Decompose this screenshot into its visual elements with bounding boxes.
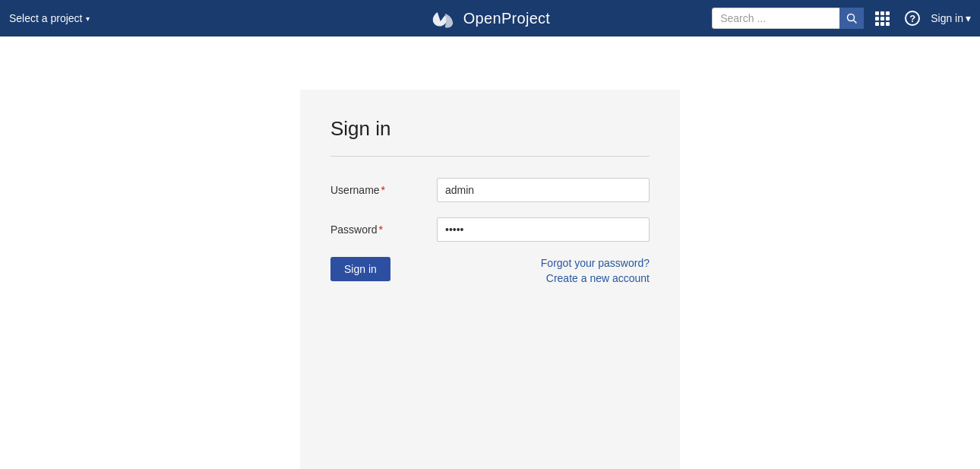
form-links: Forgot your password? Create a new accou… bbox=[541, 257, 650, 284]
select-project-button[interactable]: Select a project ▾ bbox=[9, 12, 90, 24]
sign-in-button[interactable]: Sign in bbox=[330, 257, 390, 281]
logo-text: OpenProject bbox=[463, 10, 550, 27]
navbar-right: ? Sign in ▾ bbox=[712, 6, 971, 30]
signin-nav-chevron: ▾ bbox=[966, 12, 971, 24]
select-project-label: Select a project bbox=[9, 12, 83, 24]
signin-nav-button[interactable]: Sign in ▾ bbox=[931, 12, 971, 24]
main-content: Sign in Username* Password* Sign in Forg… bbox=[0, 36, 980, 469]
grid-icon bbox=[875, 11, 890, 26]
password-required: * bbox=[378, 223, 382, 236]
sign-in-card: Sign in Username* Password* Sign in Forg… bbox=[300, 90, 680, 469]
username-input[interactable] bbox=[437, 178, 650, 202]
navbar-left: Select a project ▾ bbox=[9, 12, 90, 24]
username-label: Username* bbox=[330, 184, 437, 196]
username-row: Username* bbox=[330, 178, 650, 202]
forgot-password-link[interactable]: Forgot your password? bbox=[541, 257, 650, 269]
username-required: * bbox=[381, 184, 385, 196]
search-icon bbox=[846, 13, 857, 24]
signin-nav-label: Sign in bbox=[931, 12, 963, 24]
search-container bbox=[712, 8, 864, 29]
chevron-down-icon: ▾ bbox=[86, 14, 90, 23]
create-account-link[interactable]: Create a new account bbox=[546, 272, 650, 284]
sign-in-title: Sign in bbox=[330, 117, 650, 141]
logo-icon bbox=[430, 8, 457, 29]
help-icon: ? bbox=[905, 11, 920, 26]
form-actions: Sign in Forgot your password? Create a n… bbox=[330, 257, 650, 284]
navbar: Select a project ▾ OpenProject bbox=[0, 0, 980, 36]
openproject-logo-svg bbox=[430, 8, 457, 29]
password-input[interactable] bbox=[437, 217, 650, 242]
navbar-center: OpenProject bbox=[430, 8, 550, 29]
grid-menu-button[interactable] bbox=[870, 6, 894, 30]
svg-line-1 bbox=[854, 21, 857, 24]
help-button[interactable]: ? bbox=[900, 6, 925, 30]
password-row: Password* bbox=[330, 217, 650, 242]
search-button[interactable] bbox=[839, 8, 864, 29]
form-divider bbox=[330, 156, 650, 157]
password-label: Password* bbox=[330, 223, 437, 236]
